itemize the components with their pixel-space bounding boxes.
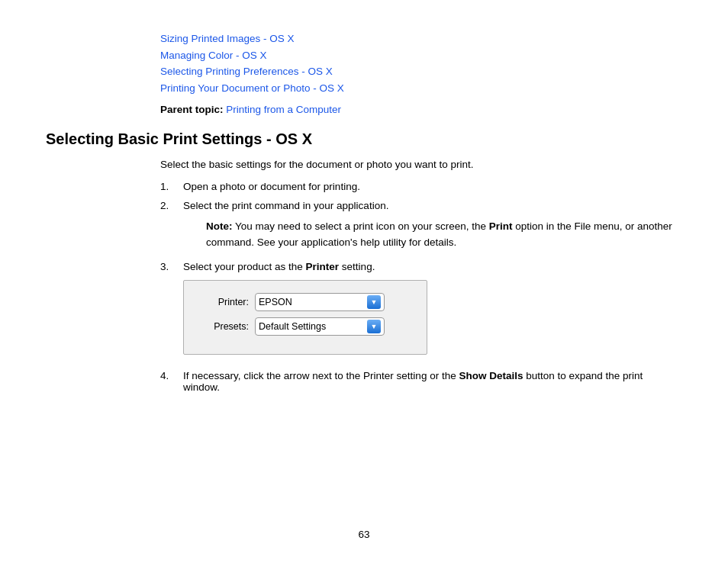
dialog-printer-label: Printer:: [199, 297, 249, 307]
dialog-presets-label: Presets:: [199, 321, 249, 332]
link-sizing[interactable]: Sizing Printed Images - OS X: [160, 31, 682, 47]
dialog-printer-row: Printer: EPSON ▼: [199, 293, 411, 311]
dialog-presets-select[interactable]: Default Settings ▼: [255, 317, 385, 336]
dialog-presets-arrow: ▼: [367, 320, 381, 333]
printer-dialog: Printer: EPSON ▼ Presets: Default Settin…: [183, 280, 427, 355]
step-1: 1. Open a photo or document for printing…: [160, 181, 682, 192]
step-2-text: Select the print command in your applica…: [183, 200, 682, 211]
dialog-presets-value: Default Settings: [259, 321, 326, 332]
step-3-bold-printer: Printer: [306, 261, 340, 272]
step-3: 3. Select your product as the Printer se…: [160, 261, 682, 272]
parent-topic-label: Parent topic:: [160, 104, 224, 115]
steps-list: 1. Open a photo or document for printing…: [160, 181, 682, 272]
step-1-number: 1.: [160, 181, 183, 192]
note-label: Note:: [206, 220, 233, 232]
step-1-text: Open a photo or document for printing.: [183, 181, 682, 192]
dialog-printer-value: EPSON: [259, 297, 292, 307]
step-3-text: Select your product as the Printer setti…: [183, 261, 682, 272]
dialog-printer-select[interactable]: EPSON ▼: [255, 293, 385, 311]
step-3-number: 3.: [160, 261, 183, 272]
step-4: 4. If necessary, click the arrow next to…: [160, 370, 682, 393]
intro-text: Select the basic settings for the docume…: [160, 159, 682, 170]
step-2: 2. Select the print command in your appl…: [160, 200, 682, 211]
note-box: Note: You may need to select a print ico…: [206, 219, 682, 250]
parent-topic: Parent topic: Printing from a Computer: [160, 104, 682, 115]
section-heading: Selecting Basic Print Settings - OS X: [46, 130, 682, 148]
step-4-number: 4.: [160, 370, 183, 381]
step-4-text: If necessary, click the arrow next to th…: [183, 370, 682, 393]
link-managing-color[interactable]: Managing Color - OS X: [160, 47, 682, 64]
link-selecting-preferences[interactable]: Selecting Printing Preferences - OS X: [160, 63, 682, 80]
link-printing-doc[interactable]: Printing Your Document or Photo - OS X: [160, 80, 682, 97]
step-2-number: 2.: [160, 200, 183, 211]
page-number: 63: [0, 529, 728, 540]
nav-links: Sizing Printed Images - OS X Managing Co…: [160, 31, 682, 96]
note-text: You may need to select a print icon on y…: [206, 220, 672, 247]
page-container: Sizing Printed Images - OS X Managing Co…: [0, 0, 728, 563]
note-bold-print: Print: [489, 220, 513, 232]
dialog-printer-arrow: ▼: [367, 295, 381, 309]
step-4-bold-showdetails: Show Details: [459, 370, 523, 381]
dialog-presets-row: Presets: Default Settings ▼: [199, 317, 411, 336]
steps-list-2: 4. If necessary, click the arrow next to…: [160, 370, 682, 393]
note-item: Note: You may need to select a print ico…: [183, 219, 682, 250]
parent-topic-link[interactable]: Printing from a Computer: [226, 104, 341, 115]
content-area: Select the basic settings for the docume…: [160, 159, 682, 393]
